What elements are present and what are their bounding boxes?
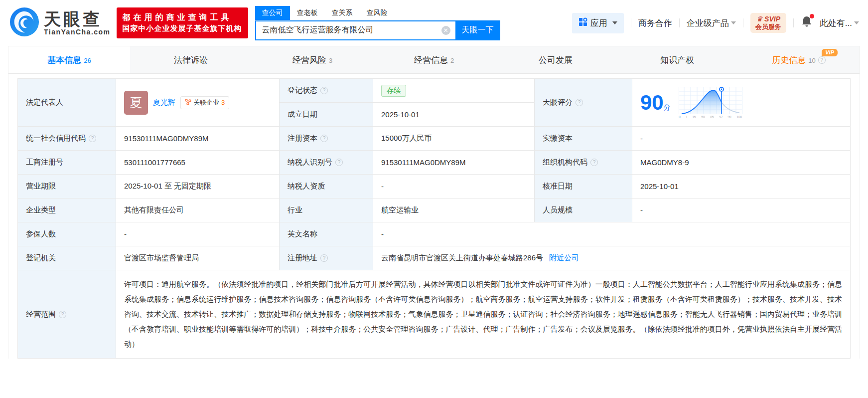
search-tab-company[interactable]: 查公司 [255, 6, 290, 20]
insured-count-label: 参保人数 [18, 222, 116, 246]
business-cooperation-link[interactable]: 商务合作 [638, 17, 672, 29]
svip-service-label: 会员服务 [755, 23, 781, 31]
score-axis: 0 1 15 50 85 97 99 100 [679, 115, 742, 119]
chevron-down-icon [612, 21, 617, 24]
tab-count: 3 [329, 57, 332, 64]
help-icon[interactable]: ? [320, 87, 328, 94]
score-unit: 分 [664, 103, 671, 111]
vip-badge: VIP [822, 49, 838, 56]
tab-count: 26 [84, 57, 91, 64]
credit-code-value: 91530111MAG0DMY89M [116, 127, 280, 151]
enterprise-products-link[interactable]: 企业级产品 [687, 17, 736, 29]
axis-tick: 99 [728, 115, 731, 118]
tab-company-development[interactable]: 公司发展 [495, 46, 616, 73]
label-text: 注册地址 [288, 253, 317, 263]
business-scope-label: 经营范围 ? [18, 270, 116, 358]
related-companies-count: 3 [221, 99, 225, 106]
label-text: 经营范围 [26, 310, 56, 319]
reg-status-value: 存续 [373, 79, 535, 103]
avatar[interactable]: 夏 [124, 91, 148, 115]
business-reg-number-value: 530111001777665 [116, 151, 280, 175]
help-icon[interactable]: ? [335, 159, 343, 166]
paid-in-capital-label: 实缴资本 [535, 127, 632, 151]
help-icon[interactable]: ? [818, 56, 826, 64]
tab-label: 历史信息 [772, 54, 806, 66]
staff-size-label: 人员规模 [535, 199, 632, 222]
content-container: 基本信息 26 法律诉讼 经营风险 3 经营信息 2 公司发展 知识产权 VIP [8, 46, 860, 359]
business-scope-text: 许可项目：通用航空服务。（依法须经批准的项目，经相关部门批准后方可开展经营活动，… [116, 270, 850, 358]
help-icon[interactable]: ? [320, 254, 328, 262]
chevron-down-icon [731, 21, 736, 24]
search-tab-boss[interactable]: 查老板 [290, 6, 325, 20]
insured-count-value: - [116, 222, 280, 246]
search-button[interactable]: 天眼一下 [455, 20, 500, 40]
tab-operation-risk[interactable]: 经营风险 3 [252, 46, 373, 73]
search-tab-risk[interactable]: 查风险 [360, 6, 395, 20]
search-input[interactable] [255, 20, 455, 40]
address-text: 云南省昆明市官渡区关上街道办事处春城路286号 [381, 253, 543, 263]
tab-label: 基本信息 [47, 54, 81, 66]
apps-label: 应用 [590, 17, 607, 29]
company-type-label: 企业类型 [18, 199, 116, 222]
tab-business-info[interactable]: 经营信息 2 [373, 46, 495, 73]
bell-icon [801, 21, 813, 30]
related-companies-badge[interactable]: 关联企业 3 [180, 96, 229, 109]
notifications-button[interactable] [801, 15, 813, 30]
eye-logo-icon [9, 6, 40, 39]
page: 天眼查 TianYanCha.com 都在用的商业查询工具 国家中小企业发展子基… [0, 0, 868, 398]
company-info-table: 法定代表人 夏 夏光辉 关联企业 3 [17, 78, 851, 359]
axis-tick: 1 [686, 115, 688, 118]
score-distribution-chart: 0 1 15 50 85 97 99 100 [679, 86, 742, 119]
industry-value: 航空运输业 [373, 199, 535, 222]
axis-tick: 50 [701, 115, 705, 118]
tab-basic-info[interactable]: 基本信息 26 [8, 46, 130, 73]
search-tabs: 查公司 查老板 查关系 查风险 [255, 6, 500, 20]
axis-tick: 0 [679, 115, 681, 118]
tab-label: 法律诉讼 [174, 54, 208, 66]
svip-member-button[interactable]: ♛ SVIP 会员服务 [750, 13, 786, 33]
help-icon[interactable]: ? [320, 135, 328, 142]
industry-label: 行业 [280, 199, 373, 222]
taxpayer-qualification-value: - [373, 175, 535, 199]
registered-capital-value: 15000万人民币 [373, 127, 535, 151]
chevron-down-icon [854, 21, 859, 24]
tab-count: 2 [450, 57, 454, 64]
establish-date-value: 2025-10-01 [373, 103, 535, 127]
logo-subtitle: TianYanCha.com [44, 28, 111, 36]
divider [793, 18, 794, 27]
header-nav: 应用 商务合作 企业级产品 ♛ SVIP 会员服务 [572, 13, 859, 33]
tianyancha-logo[interactable]: 天眼查 TianYanCha.com [9, 6, 111, 39]
score-cell[interactable]: 90分 [632, 79, 850, 127]
help-icon[interactable]: ? [59, 311, 66, 318]
credit-code-label: 统一社会信用代码 ? [18, 127, 116, 151]
axis-tick: 100 [737, 115, 742, 118]
tab-history-info[interactable]: VIP 历史信息 10 ? [738, 46, 860, 73]
divider [631, 18, 631, 27]
tab-label: 知识产权 [660, 54, 694, 66]
org-code-label: 组织机构代码 ? [535, 151, 632, 175]
help-icon[interactable]: ? [89, 135, 96, 142]
tab-legal-litigation[interactable]: 法律诉讼 [130, 46, 252, 73]
registered-address-value: 云南省昆明市官渡区关上街道办事处春城路286号 附近公司 [373, 246, 850, 270]
nearby-companies-link[interactable]: 附近公司 [549, 253, 579, 263]
business-term-value: 2025-10-01 至 无固定期限 [116, 175, 280, 199]
divider [679, 18, 680, 27]
legal-rep-name-link[interactable]: 夏光辉 [153, 98, 175, 107]
search-tab-relation[interactable]: 查关系 [325, 6, 360, 20]
promo-line-2: 国家中小企业发展子基金旗下机构 [123, 23, 242, 34]
reg-status-label: 登记状态 ? [280, 79, 373, 103]
help-icon[interactable]: ? [590, 159, 598, 166]
tab-label: 经营信息 [414, 54, 448, 66]
site-header: 天眼查 TianYanCha.com 都在用的商业查询工具 国家中小企业发展子基… [0, 0, 868, 46]
help-icon[interactable]: ? [576, 99, 583, 106]
apps-menu-button[interactable]: 应用 [572, 13, 624, 33]
clear-search-icon[interactable]: ✕ [441, 26, 450, 35]
tab-intellectual-property[interactable]: 知识产权 [616, 46, 738, 73]
svip-label: SVIP [764, 15, 780, 23]
user-menu[interactable]: 此处有... [820, 17, 859, 29]
logo-text: 天眼查 TianYanCha.com [44, 10, 111, 36]
org-code-value: MAG0DMY8-9 [632, 151, 850, 175]
tab-label: 公司发展 [539, 54, 573, 66]
enterprise-products-label: 企业级产品 [687, 17, 729, 29]
score-number: 90 [640, 91, 664, 114]
